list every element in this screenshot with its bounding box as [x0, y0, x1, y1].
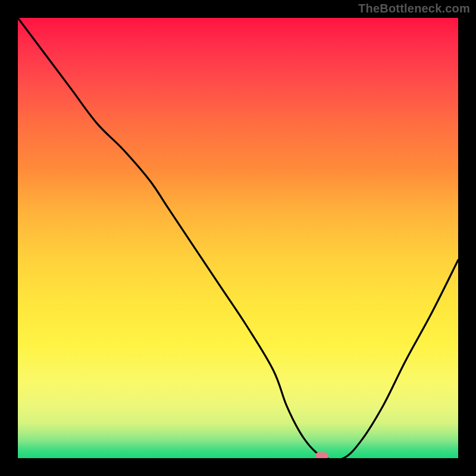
- chart-frame: TheBottleneck.com: [0, 0, 476, 476]
- watermark-text: TheBottleneck.com: [358, 2, 470, 15]
- plot-area: [18, 18, 458, 458]
- bottleneck-curve: [18, 18, 458, 458]
- optimum-marker: [315, 452, 328, 458]
